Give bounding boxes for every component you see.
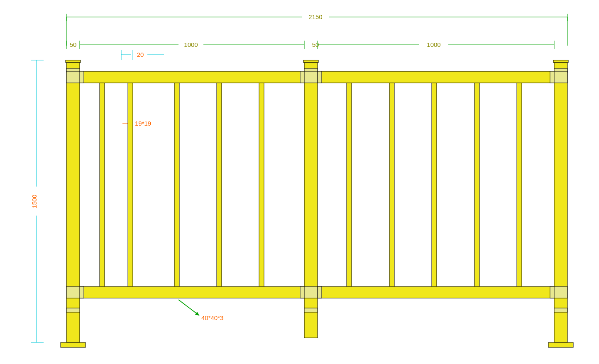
- post-base-2: [548, 342, 573, 347]
- dim-end-post-label: 50: [70, 41, 77, 48]
- bottom-rail-band-r-0: [300, 286, 304, 298]
- picket-left-1: [128, 73, 133, 296]
- post-cap-2: [553, 60, 568, 63]
- svg-line-24: [178, 300, 199, 315]
- post-band-toprail-1: [304, 71, 318, 83]
- bottom-rail-0: [80, 286, 304, 298]
- picket-right-4: [517, 73, 522, 296]
- post-cap-0: [66, 60, 81, 63]
- top-rail-1: [318, 71, 554, 83]
- callout-rail-section: 40*40*3: [178, 300, 223, 321]
- post-0: [66, 63, 80, 342]
- post-band-low-2: [554, 308, 567, 312]
- top-rail-0: [80, 71, 304, 83]
- bottom-rail-band-l-1: [318, 286, 322, 298]
- bottom-rail-band-r-1: [550, 286, 554, 298]
- dim-overall-height-label: 1500: [31, 194, 38, 208]
- bottom-rail-band-l-0: [80, 286, 84, 298]
- callout-rail-section-label: 40*40*3: [201, 314, 223, 321]
- top-rail-band-l-1: [318, 71, 322, 83]
- dim-overall-height: 1500: [31, 60, 44, 342]
- post-base-0: [61, 342, 86, 347]
- picket-left-2: [174, 73, 179, 296]
- bottom-rail-1: [318, 286, 554, 298]
- picket-left-4: [259, 73, 264, 296]
- post-band-low-1: [304, 308, 318, 312]
- picket-left-3: [217, 73, 222, 296]
- post-band-botrail-1: [304, 286, 318, 298]
- dim-span1-label: 1000: [184, 41, 198, 48]
- callout-picket-section-label: 19*19: [135, 120, 151, 127]
- fence-assembly: [61, 60, 573, 347]
- svg-marker-25: [195, 312, 199, 315]
- callout-picket-section: 19*19: [122, 120, 151, 127]
- diagram-canvas: 2150 50 1000 50 1000 20: [0, 0, 599, 364]
- top-rail-band-r-1: [550, 71, 554, 83]
- top-rail-band-r-0: [300, 71, 304, 83]
- post-band-botrail-2: [554, 286, 567, 298]
- post-2: [554, 63, 567, 342]
- post-cap-1: [303, 60, 318, 63]
- dim-span2-label: 1000: [427, 41, 440, 48]
- picket-right-1: [389, 73, 394, 296]
- dim-overall-width-label: 2150: [308, 13, 322, 20]
- dim-row2: 50 1000 50 1000: [66, 41, 554, 49]
- picket-right-3: [474, 73, 479, 296]
- dim-picket-width: 20: [121, 50, 164, 60]
- dim-picket-width-label: 20: [137, 51, 144, 58]
- post-band-toprail-0: [66, 71, 80, 83]
- picket-right-2: [432, 73, 437, 296]
- top-rail-band-l-0: [80, 71, 84, 83]
- post-band-toprail-2: [554, 71, 567, 83]
- post-band-botrail-0: [66, 286, 80, 298]
- post-band-low-0: [66, 308, 80, 312]
- picket-left-0: [100, 73, 105, 296]
- picket-right-0: [347, 73, 352, 296]
